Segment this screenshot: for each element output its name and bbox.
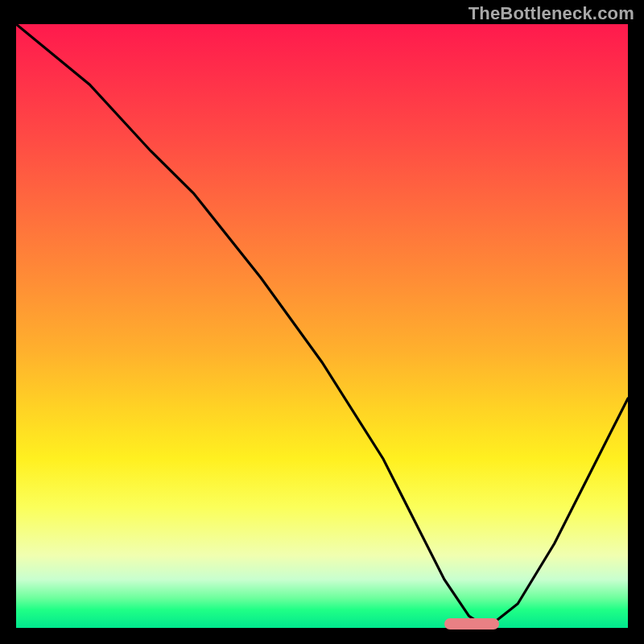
curve-path — [16, 24, 628, 628]
highlight-pill — [444, 618, 499, 630]
bottleneck-curve — [16, 24, 628, 628]
watermark-text: TheBottleneck.com — [469, 3, 634, 24]
plot-area — [16, 24, 628, 628]
chart-container: TheBottleneck.com — [0, 0, 644, 644]
